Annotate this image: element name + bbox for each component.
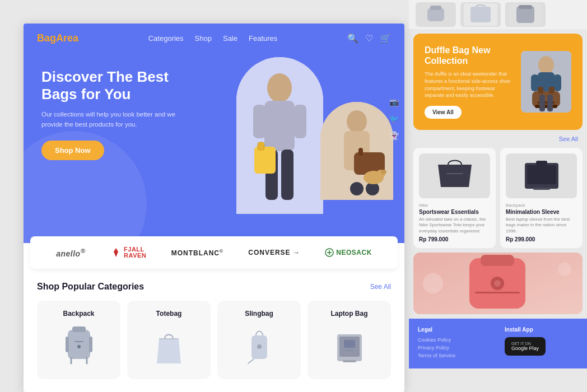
twitter-icon[interactable]: 🐦: [389, 114, 399, 123]
product-1-image: [419, 153, 490, 198]
duffle-text: Duffle Bag New Collection The duffle is …: [425, 45, 514, 119]
brand-neosack: NEOSACK: [325, 248, 372, 257]
categories-see-all[interactable]: See All: [370, 283, 391, 291]
brand-montblanc: MONTBLANC©: [171, 249, 223, 257]
product-1-brand: Nike: [419, 203, 490, 208]
svg-point-25: [77, 345, 81, 348]
svg-rect-57: [446, 173, 463, 174]
duffle-description: The duffle is an ideal weekender that fe…: [425, 71, 514, 99]
product-1-desc: An elevated take on a classic, the Nike …: [419, 217, 490, 234]
svg-rect-4: [294, 105, 306, 138]
svg-rect-33: [343, 360, 356, 362]
snapchat-icon[interactable]: 👻: [389, 131, 399, 140]
category-slingbag-label: Slingbag: [245, 310, 273, 318]
totebag-image: [150, 323, 189, 368]
svg-rect-47: [531, 74, 539, 91]
svg-rect-26: [66, 337, 69, 352]
svg-rect-68: [475, 292, 520, 293]
product-2-name: Minimalation Sleeve: [506, 209, 577, 215]
top-products-strip: [409, 0, 587, 29]
instagram-icon[interactable]: 📷: [389, 97, 399, 106]
svg-rect-43: [519, 5, 532, 9]
svg-point-69: [423, 273, 443, 293]
logo: BagArea: [37, 32, 78, 44]
fjallraven-image-section: [413, 253, 583, 314]
nav-shop[interactable]: Shop: [195, 34, 212, 43]
see-all-products[interactable]: See All: [409, 132, 587, 146]
svg-rect-3: [253, 105, 265, 138]
nav-categories[interactable]: Categories: [148, 34, 184, 43]
product-2-price: Rp 299.000: [506, 236, 577, 242]
hero-description: Our collections will help you look bette…: [41, 110, 187, 129]
svg-rect-8: [258, 142, 264, 150]
svg-rect-15: [358, 148, 363, 156]
svg-point-20: [381, 170, 386, 174]
svg-rect-38: [430, 6, 441, 10]
svg-rect-24: [74, 341, 83, 342]
duffle-title: Duffle Bag New Collection: [425, 45, 514, 66]
footer-right: Legal Cookies Policy Privacy Policy Term…: [409, 319, 587, 368]
main-website: BagArea Categories Shop Sale Features 🔍 …: [24, 24, 404, 392]
google-play-label: GET IT ON: [511, 342, 531, 346]
categories-title: Shop Popular Categories: [37, 282, 144, 292]
category-backpack-label: Backpack: [63, 310, 94, 318]
svg-point-1: [267, 73, 292, 102]
google-play-button[interactable]: GET IT ON Google Play: [505, 337, 546, 356]
social-icons: 📷 🐦 👻: [389, 97, 399, 140]
category-backpack[interactable]: Backpack: [37, 301, 120, 379]
svg-rect-55: [547, 95, 553, 111]
google-play-store: Google Play: [511, 346, 539, 351]
hero-main-image: [236, 57, 323, 214]
duffle-view-all-button[interactable]: View All: [425, 106, 462, 119]
product-1-price: Rp 799.000: [419, 236, 490, 242]
product-card-1[interactable]: Nike Sportswear Essentials An elevated t…: [413, 148, 496, 248]
category-laptopbag-label: Laptop Bag: [331, 310, 368, 318]
product-1-name: Sportswear Essentials: [419, 209, 490, 215]
nav-links: Categories Shop Sale Features: [148, 34, 278, 43]
navbar: BagArea Categories Shop Sale Features 🔍 …: [24, 24, 404, 53]
category-totebag-label: Totebag: [156, 310, 182, 318]
svg-rect-2: [264, 101, 295, 151]
nav-sale[interactable]: Sale: [223, 34, 237, 43]
svg-point-45: [538, 56, 554, 74]
hero-section: Discover The Best Bags for You Our colle…: [24, 53, 404, 243]
nav-features[interactable]: Features: [249, 34, 277, 43]
svg-rect-23: [72, 326, 86, 332]
search-icon[interactable]: 🔍: [347, 33, 358, 44]
svg-rect-60: [527, 165, 556, 184]
categories-grid: Backpack Totebag: [37, 301, 391, 379]
backpack-image: [59, 323, 99, 368]
category-laptopbag[interactable]: Laptop Bag: [308, 301, 391, 379]
duffle-banner: Duffle Bag New Collection The duffle is …: [413, 34, 583, 130]
categories-section: Shop Popular Categories See All Backpack: [24, 269, 404, 388]
svg-rect-34: [344, 340, 355, 348]
brand-converse: CONVERSE →: [248, 249, 300, 256]
svg-rect-40: [470, 7, 491, 22]
product-2-desc: Best laptop sleeve from the best bags ma…: [506, 217, 577, 234]
nav-icons: 🔍 ♡ 🛒: [347, 33, 391, 44]
laptopbag-image: [330, 323, 369, 368]
category-totebag[interactable]: Totebag: [127, 301, 211, 379]
footer-link-terms[interactable]: Terms of Service: [418, 353, 491, 358]
footer-legal-title: Legal: [418, 326, 491, 333]
product-card-2[interactable]: Backpack Minimalation Sleeve Best laptop…: [500, 148, 583, 248]
wishlist-icon[interactable]: ♡: [365, 33, 373, 44]
svg-point-12: [347, 110, 367, 133]
duffle-product-image: [521, 51, 571, 113]
svg-rect-22: [68, 330, 90, 359]
svg-rect-49: [532, 91, 560, 107]
svg-rect-51: [549, 87, 555, 94]
svg-point-16: [350, 182, 364, 195]
svg-rect-62: [536, 161, 547, 165]
mini-product-1: [416, 2, 456, 27]
footer-link-cookies[interactable]: Cookies Policy: [418, 337, 491, 343]
categories-header: Shop Popular Categories See All: [37, 282, 391, 292]
hero-images: [236, 57, 404, 236]
svg-rect-6: [281, 150, 294, 200]
svg-point-30: [257, 344, 262, 349]
footer-legal: Legal Cookies Policy Privacy Policy Term…: [418, 326, 491, 361]
hero-title: Discover The Best Bags for You: [41, 68, 187, 103]
category-slingbag[interactable]: Slingbag: [217, 301, 301, 379]
cart-icon[interactable]: 🛒: [380, 33, 391, 44]
footer-link-privacy[interactable]: Privacy Policy: [418, 345, 491, 351]
